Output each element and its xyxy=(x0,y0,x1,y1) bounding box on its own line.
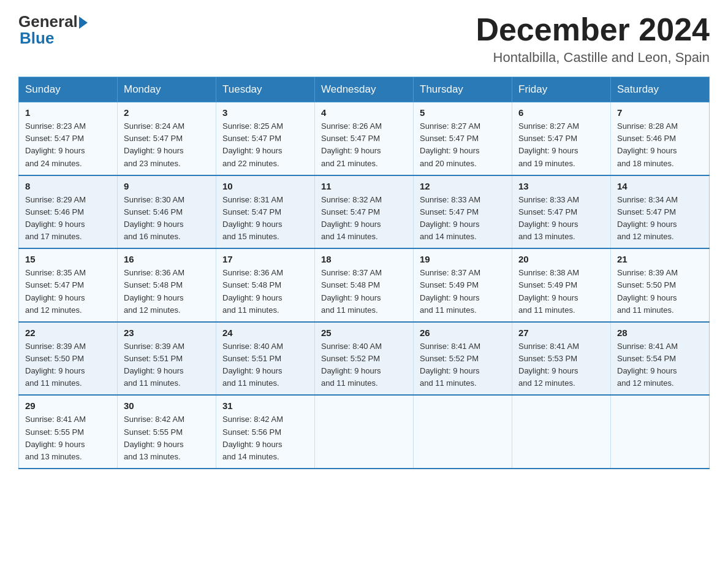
day-number: 29 xyxy=(25,400,111,411)
calendar-week-row: 29 Sunrise: 8:41 AM Sunset: 5:55 PM Dayl… xyxy=(19,395,710,469)
day-number: 15 xyxy=(25,254,111,264)
calendar-cell: 27 Sunrise: 8:41 AM Sunset: 5:53 PM Dayl… xyxy=(512,322,611,396)
day-number: 17 xyxy=(222,254,308,264)
day-info: Sunrise: 8:36 AM Sunset: 5:48 PM Dayligh… xyxy=(124,267,210,316)
calendar-cell: 24 Sunrise: 8:40 AM Sunset: 5:51 PM Dayl… xyxy=(216,322,315,396)
day-info: Sunrise: 8:40 AM Sunset: 5:52 PM Dayligh… xyxy=(321,340,407,390)
day-info: Sunrise: 8:39 AM Sunset: 5:50 PM Dayligh… xyxy=(25,340,111,390)
day-info: Sunrise: 8:41 AM Sunset: 5:52 PM Dayligh… xyxy=(420,340,506,390)
day-number: 6 xyxy=(518,107,604,118)
calendar-cell: 30 Sunrise: 8:42 AM Sunset: 5:55 PM Dayl… xyxy=(118,395,216,469)
weekday-header-tuesday: Tuesday xyxy=(216,77,315,102)
day-info: Sunrise: 8:32 AM Sunset: 5:47 PM Dayligh… xyxy=(321,194,407,243)
weekday-header-thursday: Thursday xyxy=(414,77,512,102)
calendar-cell: 12 Sunrise: 8:33 AM Sunset: 5:47 PM Dayl… xyxy=(414,175,512,249)
day-info: Sunrise: 8:36 AM Sunset: 5:48 PM Dayligh… xyxy=(222,267,308,316)
day-info: Sunrise: 8:42 AM Sunset: 5:56 PM Dayligh… xyxy=(222,413,308,463)
calendar-cell xyxy=(315,395,414,469)
day-info: Sunrise: 8:39 AM Sunset: 5:51 PM Dayligh… xyxy=(124,340,210,390)
day-number: 20 xyxy=(518,254,604,264)
calendar-cell: 28 Sunrise: 8:41 AM Sunset: 5:54 PM Dayl… xyxy=(611,322,710,396)
calendar-cell: 13 Sunrise: 8:33 AM Sunset: 5:47 PM Dayl… xyxy=(512,175,611,249)
day-info: Sunrise: 8:37 AM Sunset: 5:48 PM Dayligh… xyxy=(321,267,407,316)
day-info: Sunrise: 8:37 AM Sunset: 5:49 PM Dayligh… xyxy=(420,267,506,316)
location-subtitle: Hontalbilla, Castille and Leon, Spain xyxy=(476,50,710,66)
calendar-cell: 5 Sunrise: 8:27 AM Sunset: 5:47 PM Dayli… xyxy=(414,102,512,175)
calendar-cell: 25 Sunrise: 8:40 AM Sunset: 5:52 PM Dayl… xyxy=(315,322,414,396)
calendar-cell: 29 Sunrise: 8:41 AM Sunset: 5:55 PM Dayl… xyxy=(19,395,118,469)
calendar-table: SundayMondayTuesdayWednesdayThursdayFrid… xyxy=(18,77,710,469)
day-number: 9 xyxy=(124,181,210,191)
day-number: 2 xyxy=(124,107,210,118)
day-info: Sunrise: 8:39 AM Sunset: 5:50 PM Dayligh… xyxy=(617,267,703,316)
day-number: 21 xyxy=(617,254,703,264)
day-info: Sunrise: 8:30 AM Sunset: 5:46 PM Dayligh… xyxy=(124,194,210,243)
calendar-cell: 15 Sunrise: 8:35 AM Sunset: 5:47 PM Dayl… xyxy=(19,248,118,322)
day-number: 13 xyxy=(518,181,604,191)
day-info: Sunrise: 8:26 AM Sunset: 5:47 PM Dayligh… xyxy=(321,120,407,170)
day-info: Sunrise: 8:29 AM Sunset: 5:46 PM Dayligh… xyxy=(25,194,111,243)
calendar-cell: 1 Sunrise: 8:23 AM Sunset: 5:47 PM Dayli… xyxy=(19,102,118,175)
calendar-cell xyxy=(414,395,512,469)
calendar-cell: 10 Sunrise: 8:31 AM Sunset: 5:47 PM Dayl… xyxy=(216,175,315,249)
month-year-title: December 2024 xyxy=(476,12,710,47)
day-info: Sunrise: 8:24 AM Sunset: 5:47 PM Dayligh… xyxy=(124,120,210,170)
weekday-header-row: SundayMondayTuesdayWednesdayThursdayFrid… xyxy=(19,77,710,102)
day-number: 25 xyxy=(321,327,407,338)
calendar-cell: 11 Sunrise: 8:32 AM Sunset: 5:47 PM Dayl… xyxy=(315,175,414,249)
day-number: 31 xyxy=(222,400,308,411)
day-number: 28 xyxy=(617,327,703,338)
day-number: 5 xyxy=(420,107,506,118)
calendar-cell: 21 Sunrise: 8:39 AM Sunset: 5:50 PM Dayl… xyxy=(611,248,710,322)
day-number: 3 xyxy=(222,107,308,118)
day-info: Sunrise: 8:42 AM Sunset: 5:55 PM Dayligh… xyxy=(124,413,210,463)
calendar-week-row: 22 Sunrise: 8:39 AM Sunset: 5:50 PM Dayl… xyxy=(19,322,710,396)
day-info: Sunrise: 8:41 AM Sunset: 5:53 PM Dayligh… xyxy=(518,340,604,390)
day-info: Sunrise: 8:27 AM Sunset: 5:47 PM Dayligh… xyxy=(420,120,506,170)
calendar-cell: 4 Sunrise: 8:26 AM Sunset: 5:47 PM Dayli… xyxy=(315,102,414,175)
weekday-header-wednesday: Wednesday xyxy=(315,77,414,102)
day-info: Sunrise: 8:25 AM Sunset: 5:47 PM Dayligh… xyxy=(222,120,308,170)
day-info: Sunrise: 8:38 AM Sunset: 5:49 PM Dayligh… xyxy=(518,267,604,316)
day-info: Sunrise: 8:33 AM Sunset: 5:47 PM Dayligh… xyxy=(420,194,506,243)
calendar-cell: 17 Sunrise: 8:36 AM Sunset: 5:48 PM Dayl… xyxy=(216,248,315,322)
day-number: 19 xyxy=(420,254,506,264)
weekday-header-saturday: Saturday xyxy=(611,77,710,102)
calendar-cell: 2 Sunrise: 8:24 AM Sunset: 5:47 PM Dayli… xyxy=(118,102,216,175)
calendar-cell: 18 Sunrise: 8:37 AM Sunset: 5:48 PM Dayl… xyxy=(315,248,414,322)
day-number: 23 xyxy=(124,327,210,338)
calendar-cell: 16 Sunrise: 8:36 AM Sunset: 5:48 PM Dayl… xyxy=(118,248,216,322)
calendar-week-row: 15 Sunrise: 8:35 AM Sunset: 5:47 PM Dayl… xyxy=(19,248,710,322)
logo-blue: Blue xyxy=(20,29,54,48)
day-number: 8 xyxy=(25,181,111,191)
calendar-cell: 31 Sunrise: 8:42 AM Sunset: 5:56 PM Dayl… xyxy=(216,395,315,469)
calendar-cell xyxy=(512,395,611,469)
title-area: December 2024 Hontalbilla, Castille and … xyxy=(476,12,710,66)
day-info: Sunrise: 8:23 AM Sunset: 5:47 PM Dayligh… xyxy=(25,120,111,170)
calendar-week-row: 8 Sunrise: 8:29 AM Sunset: 5:46 PM Dayli… xyxy=(19,175,710,249)
weekday-header-sunday: Sunday xyxy=(19,77,118,102)
day-number: 30 xyxy=(124,400,210,411)
day-info: Sunrise: 8:41 AM Sunset: 5:54 PM Dayligh… xyxy=(617,340,703,390)
day-info: Sunrise: 8:35 AM Sunset: 5:47 PM Dayligh… xyxy=(25,267,111,316)
calendar-cell: 6 Sunrise: 8:27 AM Sunset: 5:47 PM Dayli… xyxy=(512,102,611,175)
day-number: 22 xyxy=(25,327,111,338)
page-header: General Blue December 2024 Hontalbilla, … xyxy=(18,12,710,66)
day-number: 10 xyxy=(222,181,308,191)
logo: General Blue xyxy=(18,12,88,48)
day-number: 12 xyxy=(420,181,506,191)
calendar-cell: 9 Sunrise: 8:30 AM Sunset: 5:46 PM Dayli… xyxy=(118,175,216,249)
day-number: 14 xyxy=(617,181,703,191)
calendar-cell: 3 Sunrise: 8:25 AM Sunset: 5:47 PM Dayli… xyxy=(216,102,315,175)
calendar-cell: 14 Sunrise: 8:34 AM Sunset: 5:47 PM Dayl… xyxy=(611,175,710,249)
day-info: Sunrise: 8:33 AM Sunset: 5:47 PM Dayligh… xyxy=(518,194,604,243)
day-number: 27 xyxy=(518,327,604,338)
calendar-cell: 19 Sunrise: 8:37 AM Sunset: 5:49 PM Dayl… xyxy=(414,248,512,322)
weekday-header-friday: Friday xyxy=(512,77,611,102)
day-number: 24 xyxy=(222,327,308,338)
day-info: Sunrise: 8:41 AM Sunset: 5:55 PM Dayligh… xyxy=(25,413,111,463)
weekday-header-monday: Monday xyxy=(118,77,216,102)
day-info: Sunrise: 8:31 AM Sunset: 5:47 PM Dayligh… xyxy=(222,194,308,243)
day-number: 18 xyxy=(321,254,407,264)
day-number: 11 xyxy=(321,181,407,191)
